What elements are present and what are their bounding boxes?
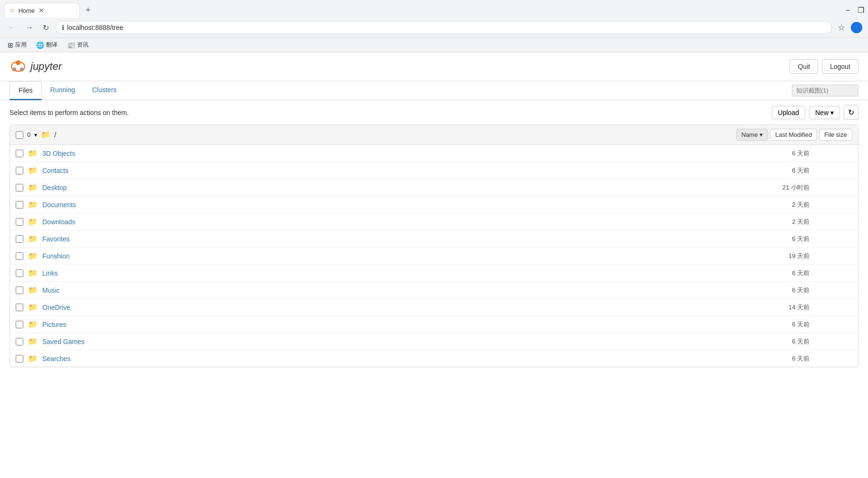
jupyter-app: jupyter Quit Logout Files Running Cluste… bbox=[0, 52, 868, 367]
file-name[interactable]: Music bbox=[42, 287, 757, 294]
file-name[interactable]: Favorites bbox=[42, 235, 757, 243]
file-name[interactable]: Downloads bbox=[42, 218, 757, 226]
tab-files[interactable]: Files bbox=[10, 81, 42, 100]
file-modified: 6 天前 bbox=[762, 337, 809, 346]
tab-clusters[interactable]: Clusters bbox=[84, 81, 125, 100]
file-modified: 6 天前 bbox=[762, 269, 809, 277]
news-icon: 📰 bbox=[67, 41, 75, 49]
bookmark-apps[interactable]: ⊞ 应用 bbox=[6, 40, 29, 50]
file-modified: 19 天前 bbox=[762, 252, 809, 260]
select-all-checkbox[interactable] bbox=[16, 131, 23, 139]
row-checkbox[interactable] bbox=[16, 252, 23, 260]
table-row: 📁 Saved Games 6 天前 bbox=[10, 333, 858, 350]
upload-button[interactable]: Upload bbox=[772, 106, 805, 119]
table-row: 📁 Downloads 2 天前 bbox=[10, 213, 858, 230]
folder-icon: 📁 bbox=[28, 286, 38, 295]
bookmark-news[interactable]: 📰 资讯 bbox=[65, 40, 90, 50]
address-bar[interactable]: ℹ localhost:8888/tree bbox=[56, 21, 832, 34]
sort-modified-button[interactable]: Last Modified bbox=[770, 129, 817, 141]
file-rows: 📁 3D Objects 6 天前 📁 Contacts 6 天前 📁 Desk… bbox=[10, 145, 858, 367]
row-checkbox[interactable] bbox=[16, 218, 23, 226]
folder-icon: 📁 bbox=[28, 217, 38, 226]
file-name[interactable]: 3D Objects bbox=[42, 150, 757, 157]
maximize-button[interactable]: ❐ bbox=[858, 6, 864, 15]
file-modified: 6 天前 bbox=[762, 320, 809, 329]
table-row: 📁 Searches 6 天前 bbox=[10, 350, 858, 367]
row-checkbox[interactable] bbox=[16, 150, 23, 157]
folder-icon: 📁 bbox=[28, 234, 38, 243]
sort-name-button[interactable]: Name ▾ bbox=[736, 129, 768, 141]
file-modified: 14 天前 bbox=[762, 303, 809, 312]
table-row: 📁 Links 6 天前 bbox=[10, 265, 858, 282]
file-list-container: 0 ▾ 📁 / Name ▾ Last Modified File size 📁… bbox=[0, 124, 868, 367]
row-checkbox[interactable] bbox=[16, 184, 23, 191]
bookmark-apps-label: 应用 bbox=[15, 41, 27, 49]
folder-icon: 📁 bbox=[28, 354, 38, 363]
quit-button[interactable]: Quit bbox=[790, 59, 818, 74]
file-name[interactable]: Documents bbox=[42, 201, 757, 209]
refresh-button[interactable]: ↻ bbox=[40, 21, 52, 34]
file-name[interactable]: Saved Games bbox=[42, 338, 757, 345]
new-tab-button[interactable]: + bbox=[82, 3, 95, 17]
row-checkbox[interactable] bbox=[16, 287, 23, 294]
bookmark-star-button[interactable]: ☆ bbox=[836, 20, 847, 35]
row-checkbox[interactable] bbox=[16, 355, 23, 363]
jupyter-toolbar: Select items to perform actions on them.… bbox=[0, 100, 868, 124]
browser-chrome: ○ Home ✕ + − ❐ ← → ↻ ℹ localhost:8888/tr… bbox=[0, 0, 868, 52]
folder-icon: 📁 bbox=[28, 251, 38, 260]
new-button[interactable]: New ▾ bbox=[809, 106, 840, 119]
file-name[interactable]: Links bbox=[42, 269, 757, 277]
row-checkbox[interactable] bbox=[16, 321, 23, 328]
folder-icon: 📁 bbox=[28, 268, 38, 277]
file-name[interactable]: Funshion bbox=[42, 252, 757, 260]
file-modified: 6 天前 bbox=[762, 286, 809, 295]
logout-button[interactable]: Logout bbox=[822, 59, 858, 74]
window-controls: − ❐ bbox=[846, 6, 864, 15]
table-row: 📁 Funshion 19 天前 bbox=[10, 248, 858, 265]
file-name[interactable]: OneDrive bbox=[42, 304, 757, 311]
file-list-header: 0 ▾ 📁 / Name ▾ Last Modified File size bbox=[10, 125, 858, 145]
row-checkbox[interactable] bbox=[16, 167, 23, 174]
file-name[interactable]: Desktop bbox=[42, 184, 757, 191]
row-checkbox[interactable] bbox=[16, 304, 23, 311]
row-checkbox[interactable] bbox=[16, 269, 23, 277]
svg-point-0 bbox=[16, 60, 20, 65]
file-modified: 6 天前 bbox=[762, 149, 809, 158]
forward-button[interactable]: → bbox=[23, 21, 36, 34]
refresh-files-button[interactable]: ↻ bbox=[844, 105, 858, 120]
row-checkbox[interactable] bbox=[16, 235, 23, 243]
file-modified: 2 天前 bbox=[762, 218, 809, 226]
table-row: 📁 3D Objects 6 天前 bbox=[10, 145, 858, 162]
file-name[interactable]: Contacts bbox=[42, 167, 757, 174]
folder-icon: 📁 bbox=[28, 166, 38, 175]
bookmark-translate[interactable]: 🌐 翻译 bbox=[34, 40, 59, 50]
sort-size-button[interactable]: File size bbox=[819, 129, 852, 141]
table-row: 📁 Favorites 6 天前 bbox=[10, 230, 858, 248]
table-row: 📁 Contacts 6 天前 bbox=[10, 162, 858, 179]
file-name[interactable]: Searches bbox=[42, 355, 757, 363]
active-tab[interactable]: ○ Home ✕ bbox=[4, 3, 80, 18]
back-button[interactable]: ← bbox=[6, 21, 19, 34]
sort-buttons: Name ▾ Last Modified File size bbox=[736, 129, 852, 141]
file-modified: 6 天前 bbox=[762, 354, 809, 363]
jupyter-header: jupyter Quit Logout bbox=[0, 52, 868, 81]
row-checkbox[interactable] bbox=[16, 201, 23, 209]
file-name[interactable]: Pictures bbox=[42, 321, 757, 328]
jupyter-nav: Files Running Clusters bbox=[0, 81, 868, 100]
minimize-button[interactable]: − bbox=[846, 6, 850, 15]
table-row: 📁 Music 6 天前 bbox=[10, 282, 858, 299]
tab-close-btn[interactable]: ✕ bbox=[39, 7, 44, 14]
jupyter-logo-icon bbox=[10, 58, 27, 75]
jupyter-logo-text: jupyter bbox=[30, 60, 62, 73]
file-modified: 21 小时前 bbox=[762, 183, 809, 192]
tab-title: Home bbox=[19, 7, 35, 14]
search-area bbox=[792, 85, 858, 96]
tab-running[interactable]: Running bbox=[42, 81, 84, 100]
count-dropdown-button[interactable]: ▾ bbox=[34, 132, 37, 138]
user-avatar[interactable] bbox=[851, 22, 862, 33]
bookmark-translate-label: 翻译 bbox=[46, 41, 58, 49]
apps-icon: ⊞ bbox=[8, 41, 13, 49]
jupyter-header-buttons: Quit Logout bbox=[790, 59, 858, 74]
row-checkbox[interactable] bbox=[16, 338, 23, 345]
search-input[interactable] bbox=[792, 85, 858, 96]
